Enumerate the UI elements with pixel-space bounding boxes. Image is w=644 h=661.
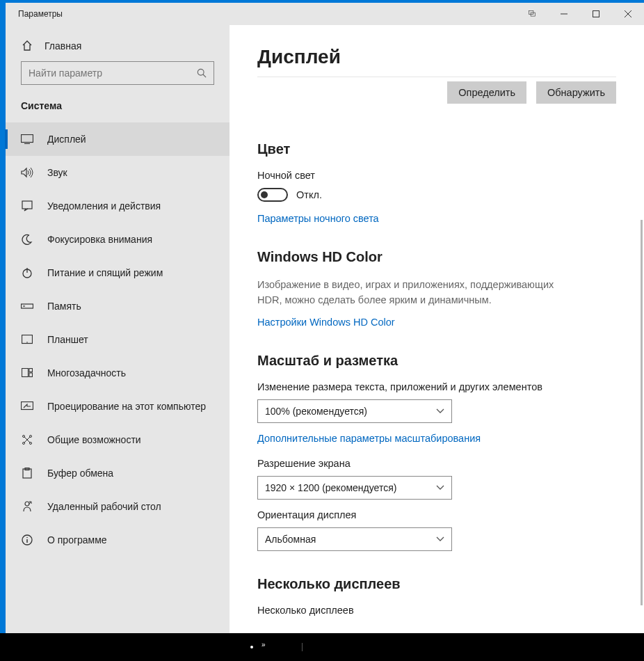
sidebar-item-label: Фокусировка внимания bbox=[47, 234, 152, 245]
chevron-down-icon bbox=[436, 485, 444, 491]
page-title: Дисплей bbox=[257, 46, 616, 68]
tablet-icon bbox=[21, 335, 33, 344]
sidebar-item-label: Дисплей bbox=[47, 134, 86, 145]
projecting-icon bbox=[21, 401, 33, 411]
night-light-label: Ночной свет bbox=[257, 170, 616, 181]
taskbar-chevron-icon: » bbox=[261, 641, 266, 648]
section-heading-multi: Несколько дисплеев bbox=[257, 576, 616, 592]
multitask-icon bbox=[21, 368, 33, 378]
minimize-button[interactable] bbox=[548, 3, 580, 25]
home-button[interactable]: Главная bbox=[6, 33, 230, 61]
sidebar-item-label: Уведомления и действия bbox=[47, 200, 161, 212]
svg-point-16 bbox=[26, 342, 28, 343]
divider bbox=[257, 77, 616, 77]
svg-point-30 bbox=[26, 537, 28, 539]
svg-rect-18 bbox=[29, 369, 33, 372]
scale-select[interactable]: 100% (рекомендуется) bbox=[257, 399, 452, 423]
close-button[interactable] bbox=[612, 3, 644, 25]
notifications-icon bbox=[21, 200, 33, 212]
window-controls bbox=[516, 3, 644, 25]
detect-button[interactable]: Обнаружить bbox=[536, 81, 616, 104]
home-label: Главная bbox=[45, 40, 81, 51]
night-light-settings-link[interactable]: Параметры ночного света bbox=[257, 213, 616, 224]
sidebar-item-focus[interactable]: Фокусировка внимания bbox=[6, 223, 230, 256]
orientation-label: Ориентация дисплея bbox=[257, 509, 616, 520]
content-area: Дисплей Определить Обнаружить Цвет Ночно… bbox=[230, 25, 644, 633]
scale-section: Масштаб и разметка Изменение размера тек… bbox=[257, 353, 616, 551]
sidebar-item-label: Планшет bbox=[47, 334, 88, 345]
info-icon bbox=[21, 534, 33, 545]
sidebar-item-label: Питание и спящий режим bbox=[47, 267, 163, 278]
sidebar-item-label: Буфер обмена bbox=[47, 468, 113, 479]
toggle-state: Откл. bbox=[296, 189, 322, 200]
sidebar-item-label: О программе bbox=[47, 534, 107, 545]
section-heading-hdr: Windows HD Color bbox=[257, 249, 616, 265]
sidebar-item-label: Проецирование на этот компьютер bbox=[47, 401, 206, 412]
hdr-description: Изображение в видео, играх и приложениях… bbox=[257, 278, 577, 308]
display-icon bbox=[21, 134, 33, 144]
search-field[interactable] bbox=[29, 67, 197, 79]
sidebar-item-power[interactable]: Питание и спящий режим bbox=[6, 256, 230, 289]
remote-icon bbox=[21, 501, 33, 512]
sound-icon bbox=[21, 167, 33, 178]
chevron-down-icon bbox=[436, 408, 444, 414]
sidebar-item-multitask[interactable]: Многозадачность bbox=[6, 356, 230, 390]
sidebar-item-label: Многозадачность bbox=[47, 367, 126, 379]
shared-icon bbox=[21, 434, 33, 445]
hdr-settings-link[interactable]: Настройки Windows HD Color bbox=[257, 317, 616, 328]
section-heading-scale: Масштаб и разметка bbox=[257, 353, 616, 369]
scale-label: Изменение размера текста, приложений и д… bbox=[257, 381, 616, 392]
sidebar-item-clipboard[interactable]: Буфер обмена bbox=[6, 456, 230, 490]
home-icon bbox=[21, 40, 33, 51]
orientation-select[interactable]: Альбомная bbox=[257, 527, 452, 551]
sidebar-item-notifications[interactable]: Уведомления и действия bbox=[6, 189, 230, 223]
multi-label: Несколько дисплеев bbox=[257, 605, 616, 616]
search-input[interactable] bbox=[21, 61, 214, 85]
scrollbar[interactable] bbox=[641, 220, 643, 605]
project-icon[interactable] bbox=[516, 3, 548, 25]
sidebar-item-shared[interactable]: Общие возможности bbox=[6, 423, 230, 456]
sidebar-item-sound[interactable]: Звук bbox=[6, 156, 230, 189]
chevron-down-icon bbox=[436, 536, 444, 542]
sidebar-item-label: Удаленный рабочий стол bbox=[47, 501, 161, 512]
sidebar-item-remote[interactable]: Удаленный рабочий стол bbox=[6, 490, 230, 523]
identify-button[interactable]: Определить bbox=[447, 81, 526, 104]
sidebar-item-label: Общие возможности bbox=[47, 434, 141, 445]
scale-value: 100% (рекомендуется) bbox=[265, 406, 367, 417]
resolution-select[interactable]: 1920 × 1200 (рекомендуется) bbox=[257, 476, 452, 500]
taskbar-dot bbox=[250, 646, 253, 648]
svg-rect-10 bbox=[22, 201, 32, 209]
sidebar-section-title: Система bbox=[6, 97, 230, 122]
resolution-value: 1920 × 1200 (рекомендуется) bbox=[265, 482, 396, 493]
maximize-button[interactable] bbox=[580, 3, 612, 25]
svg-rect-8 bbox=[22, 135, 33, 143]
resolution-label: Разрешение экрана bbox=[257, 458, 616, 469]
titlebar: Параметры bbox=[6, 3, 644, 25]
multi-display-section: Несколько дисплеев Несколько дисплеев bbox=[257, 576, 616, 616]
sidebar-item-tablet[interactable]: Планшет bbox=[6, 323, 230, 356]
sidebar-item-label: Звук bbox=[47, 167, 67, 178]
sidebar-item-projecting[interactable]: Проецирование на этот компьютер bbox=[6, 390, 230, 423]
night-light-toggle[interactable] bbox=[257, 188, 288, 202]
svg-rect-19 bbox=[29, 373, 33, 377]
hdr-section: Windows HD Color Изображение в видео, иг… bbox=[257, 249, 616, 328]
taskbar[interactable]: » bbox=[0, 633, 644, 661]
search-icon bbox=[197, 68, 207, 78]
window-title: Параметры bbox=[6, 9, 516, 19]
color-section: Цвет Ночной свет Откл. Параметры ночного… bbox=[257, 141, 616, 224]
storage-icon bbox=[21, 303, 33, 310]
sidebar-item-storage[interactable]: Память bbox=[6, 289, 230, 323]
svg-rect-3 bbox=[593, 11, 599, 17]
svg-line-7 bbox=[203, 74, 206, 77]
power-icon bbox=[21, 267, 33, 278]
svg-rect-17 bbox=[22, 369, 29, 377]
svg-point-27 bbox=[25, 502, 29, 506]
sidebar-item-display[interactable]: Дисплей bbox=[6, 122, 230, 156]
advanced-scaling-link[interactable]: Дополнительные параметры масштабирования bbox=[257, 433, 616, 444]
section-heading-color: Цвет bbox=[257, 141, 616, 157]
clipboard-icon bbox=[21, 468, 33, 479]
sidebar-nav: Дисплей Звук Уведомления и действия Фоку… bbox=[6, 122, 230, 633]
settings-window: Параметры bbox=[0, 0, 644, 633]
sidebar: Главная Система Дисплей bbox=[6, 25, 230, 633]
sidebar-item-about[interactable]: О программе bbox=[6, 523, 230, 557]
